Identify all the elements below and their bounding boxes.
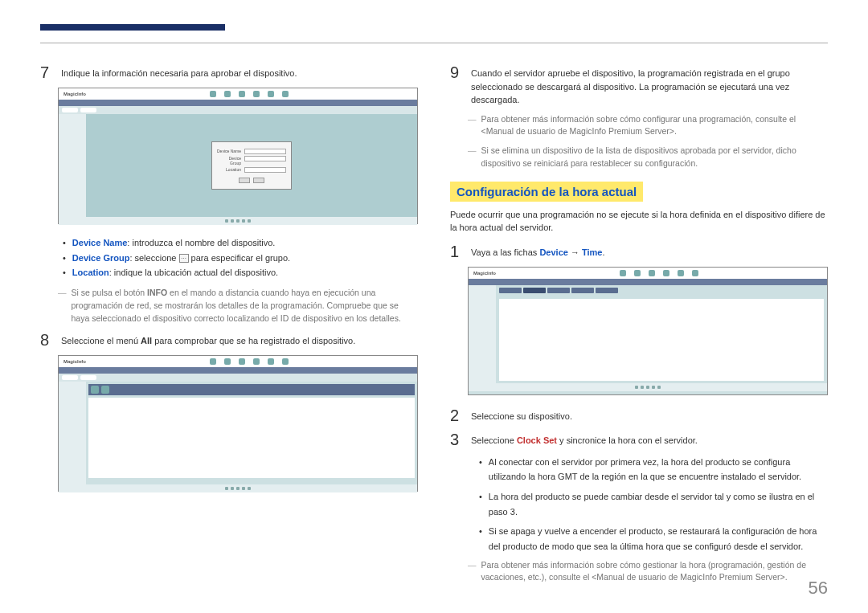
step-text: Seleccione el menú All para comprobar qu… xyxy=(61,331,418,349)
label: Location xyxy=(72,268,109,277)
step-number: 7 xyxy=(40,63,53,81)
approve-dialog: Device Name Device Group Location xyxy=(211,141,292,190)
screenshot-all-menu: MagicInfo xyxy=(58,355,418,492)
bullet-location: Location: indique la ubicación actual de… xyxy=(63,265,418,280)
note-schedule-manual: Para obtener más información sobre cómo … xyxy=(468,113,828,139)
ellipsis-icon: ⋯ xyxy=(179,254,189,263)
app-brand: MagicInfo xyxy=(473,271,496,276)
step-r1: 1 Vaya a las fichas Device → Time. xyxy=(450,243,828,260)
step-text: Seleccione su dispositivo. xyxy=(471,407,828,424)
step-7: 7 Indique la información necesaria para … xyxy=(40,63,418,81)
step-8: 8 Seleccione el menú All para comprobar … xyxy=(40,331,418,349)
label: Device Group xyxy=(72,253,130,263)
sub-bullet: Al conectar con el servidor por primera … xyxy=(479,455,828,484)
bullet-device-group: Device Group: seleccione ⋯ para especifi… xyxy=(63,251,418,266)
note-device-removed: Si se elimina un dispositivo de la lista… xyxy=(468,145,828,170)
toolbar xyxy=(59,374,417,382)
app-brand: MagicInfo xyxy=(63,359,86,364)
header-divider xyxy=(40,43,828,43)
left-column: 7 Indique la información necesaria para … xyxy=(40,63,418,591)
step-r2: 2 Seleccione su dispositivo. xyxy=(450,407,828,424)
screenshot-approve-device: MagicInfo Device Name Device Group Locat… xyxy=(58,88,418,224)
step-r3: 3 Seleccione Clock Set y sincronice la h… xyxy=(450,431,828,448)
main-area: Device Name Device Group Location xyxy=(86,114,417,217)
main-area xyxy=(496,285,827,383)
header-icons xyxy=(86,358,412,365)
app-brand: MagicInfo xyxy=(63,92,86,96)
step-number: 1 xyxy=(450,243,463,260)
label: Device Name xyxy=(72,238,128,247)
step-number: 2 xyxy=(450,407,463,424)
right-column: 9 Cuando el servidor apruebe el disposit… xyxy=(450,63,828,591)
header-icons xyxy=(496,270,822,276)
toolbar xyxy=(59,106,417,114)
sidebar xyxy=(59,382,86,484)
header-icons xyxy=(86,91,412,97)
footer-bar xyxy=(469,383,827,391)
sub-bullet: Si se apaga y vuelve a encender el produ… xyxy=(479,524,828,554)
sidebar xyxy=(59,114,86,217)
step-number: 3 xyxy=(450,431,463,448)
footer-bar xyxy=(59,484,417,492)
main-area xyxy=(86,382,417,484)
menu-bar xyxy=(469,279,827,285)
section-heading: Configuración de la hora actual xyxy=(450,182,643,202)
step-number: 8 xyxy=(40,331,53,349)
step-text: Cuando el servidor apruebe el dispositiv… xyxy=(471,63,828,107)
menu-bar xyxy=(59,367,417,374)
step-text: Indique la información necesaria para ap… xyxy=(61,63,418,81)
header-accent-bar xyxy=(40,24,225,31)
field-descriptions: Device Name: introduzca el nombre del di… xyxy=(63,235,418,280)
sidebar xyxy=(469,285,496,383)
note-info-button: Si se pulsa el botón INFO en el mando a … xyxy=(58,287,418,325)
step-9: 9 Cuando el servidor apruebe el disposit… xyxy=(450,63,828,107)
step-text: Seleccione Clock Set y sincronice la hor… xyxy=(471,431,828,448)
footer-bar xyxy=(59,217,417,225)
note-time-manual: Para obtener más información sobre cómo … xyxy=(468,559,828,585)
sub-bullet: La hora del producto se puede cambiar de… xyxy=(479,489,828,519)
screenshot-device-time: MagicInfo xyxy=(468,267,828,395)
section-intro: Puede ocurrir que una programación no se… xyxy=(450,208,828,235)
clock-notes: Al conectar con el servidor por primera … xyxy=(479,455,828,554)
two-column-layout: 7 Indique la información necesaria para … xyxy=(40,63,828,591)
step-number: 9 xyxy=(450,63,463,107)
step-text: Vaya a las fichas Device → Time. xyxy=(471,243,828,260)
page-number: 56 xyxy=(809,578,828,599)
menu-bar xyxy=(59,100,417,106)
app-header: MagicInfo xyxy=(469,268,827,279)
app-header: MagicInfo xyxy=(59,356,417,367)
app-header: MagicInfo xyxy=(59,88,417,100)
bullet-device-name: Device Name: introduzca el nombre del di… xyxy=(63,235,418,251)
